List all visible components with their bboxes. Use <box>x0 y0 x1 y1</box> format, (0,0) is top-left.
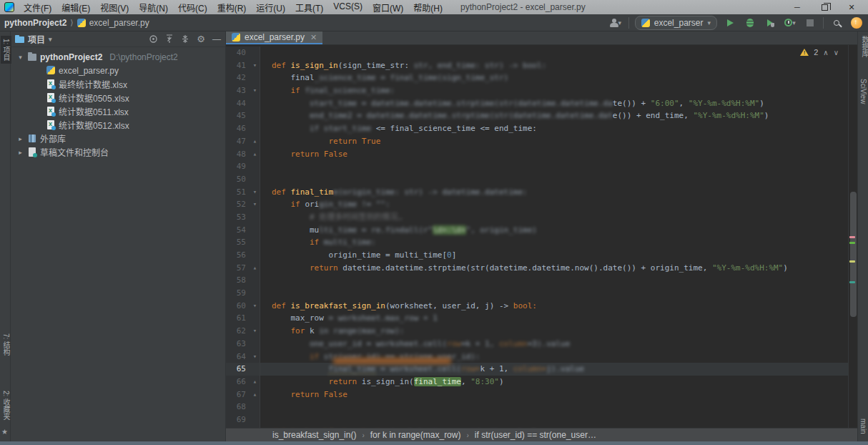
code-line-40[interactable]: 40 <box>226 47 848 59</box>
code-line-61[interactable]: 61 max_row = worksheet.max_row + 1 <box>226 312 848 325</box>
tool-stripe-sciview[interactable]: SciView <box>859 79 867 104</box>
tool-stripe-database[interactable]: 数据库 <box>859 36 868 57</box>
tree-item-4[interactable]: 统计数据0511.xlsx <box>11 104 225 118</box>
run-configuration-select[interactable]: excel_parser ▾ <box>635 16 717 30</box>
fold-marker-icon[interactable]: ▴ <box>250 135 260 148</box>
stop-button[interactable] <box>803 16 817 30</box>
run-with-coverage-button[interactable] <box>763 16 777 30</box>
tree-item-3[interactable]: 统计数据0505.xlsx <box>11 91 225 104</box>
tree-item-0[interactable]: ▾pythonProject2D:\pythonProject2 <box>11 50 225 64</box>
close-button[interactable]: ✕ <box>838 0 865 14</box>
code-line-46[interactable]: 46 if start_time <= final_science_time <… <box>226 122 848 135</box>
menu-item-1[interactable]: 编辑(E) <box>56 0 95 15</box>
tree-item-6[interactable]: ▸外部库 <box>11 132 225 145</box>
tool-stripe-favorites[interactable]: 2: 收藏夹 <box>1 391 11 420</box>
menu-item-9[interactable]: 窗口(W) <box>368 0 408 15</box>
profiler-button[interactable]: ▾ <box>783 16 797 30</box>
tree-item-7[interactable]: ▸草稿文件和控制台 <box>11 145 225 159</box>
breadcrumb-item-0[interactable]: is_breakfast_sign_in() <box>272 430 356 440</box>
code-line-63[interactable]: 63 one_user_id = worksheet.cell(row=k + … <box>226 338 848 351</box>
code-line-51[interactable]: 51▾def final_time(origin_time: str) -> d… <box>226 186 848 199</box>
fold-marker-icon[interactable]: ▾ <box>250 59 260 72</box>
fold-marker-icon[interactable]: ▾ <box>250 426 260 428</box>
fold-marker-icon[interactable]: ▴ <box>250 388 260 401</box>
code-line-62[interactable]: 62▾ for k in range(max_row): <box>226 325 848 338</box>
tool-stripe-main[interactable]: main <box>859 419 867 434</box>
breadcrumb-item-1[interactable]: for k in range(max_row) <box>370 430 461 440</box>
fold-marker-icon[interactable]: ▾ <box>250 186 260 199</box>
debug-button[interactable] <box>743 16 757 30</box>
code-line-58[interactable]: 58 <box>226 274 848 287</box>
vcs-user-button[interactable]: ▾ <box>608 16 623 30</box>
menu-item-10[interactable]: 帮助(H) <box>408 0 448 15</box>
code-line-47[interactable]: 47▴ return True <box>226 135 848 148</box>
menu-item-2[interactable]: 视图(V) <box>95 0 134 15</box>
tree-chevron-icon[interactable]: ▾ <box>16 54 24 61</box>
settings-gear-icon[interactable]: ⚙ <box>197 34 205 44</box>
code-line-60[interactable]: 60▾def is_breakfast_sign_in(worksheet, u… <box>226 300 848 313</box>
nav-breadcrumb-project[interactable]: pythonProject2 <box>4 18 66 28</box>
code-line-55[interactable]: 55 if multi_time: <box>226 236 848 249</box>
expand-all-icon[interactable] <box>165 34 174 44</box>
code-line-56[interactable]: 56 origin_time = multi_time[0] <box>226 249 848 262</box>
code-line-66[interactable]: 66▴ return is_sign_in(final_time, "8:30"… <box>226 376 848 388</box>
code-line-54[interactable]: 54 multi_time = re.findall(r"\d+:\d+", o… <box>226 224 848 237</box>
menu-item-0[interactable]: 文件(F) <box>19 0 56 15</box>
restore-button[interactable] <box>811 0 838 14</box>
code-line-48[interactable]: 48▴ return False <box>226 148 848 161</box>
fold-marker-icon[interactable]: ▾ <box>250 351 260 363</box>
code-line-69[interactable]: 69 <box>226 414 848 426</box>
menu-item-5[interactable]: 重构(R) <box>212 0 252 15</box>
code-line-70[interactable]: 70▾def is_breakfast_not_sign(worksheet, … <box>226 426 848 428</box>
next-problem-icon[interactable]: ∨ <box>834 49 839 57</box>
tool-stripe-structure[interactable]: 7: 结构 <box>1 333 11 356</box>
code-editor[interactable]: 4041▾def is_sign_in(sign_time_str: str, … <box>226 45 848 428</box>
code-line-41[interactable]: 41▾def is_sign_in(sign_time_str: str, en… <box>226 59 848 72</box>
code-line-68[interactable]: 68 <box>226 401 848 414</box>
code-line-42[interactable]: 42 final_science_time = final_time(sign_… <box>226 72 848 84</box>
code-line-67[interactable]: 67▴ return False <box>226 388 848 401</box>
locate-file-icon[interactable] <box>149 34 158 44</box>
tool-stripe-project[interactable]: 1: 项目 <box>1 36 11 64</box>
code-line-52[interactable]: 52▾ if origin_time != "": <box>226 198 848 211</box>
fold-marker-icon[interactable]: ▾ <box>250 300 260 313</box>
collapse-all-icon[interactable] <box>181 34 189 44</box>
tree-chevron-icon[interactable]: ▸ <box>16 135 24 142</box>
code-line-45[interactable]: 45 end_time2 = datetime.datetime.strptim… <box>226 109 848 122</box>
code-line-64[interactable]: 64▾ if str(user_id) == str(one_user_id): <box>226 351 848 363</box>
hide-panel-icon[interactable]: — <box>212 34 221 44</box>
fold-marker-icon[interactable]: ▴ <box>250 148 260 161</box>
fold-marker-icon[interactable]: ▾ <box>250 84 260 97</box>
upgrade-button[interactable] <box>849 16 864 30</box>
project-panel-title[interactable]: 项目 ▾ <box>15 33 52 45</box>
minimize-button[interactable]: ─ <box>784 0 811 14</box>
previous-problem-icon[interactable]: ∧ <box>823 49 828 57</box>
code-line-44[interactable]: 44 start_time = datetime.datetime.strpti… <box>226 97 848 110</box>
run-button[interactable] <box>723 16 737 30</box>
close-tab-icon[interactable]: ✕ <box>310 33 317 42</box>
menu-item-7[interactable]: 工具(T) <box>290 0 328 15</box>
tree-item-2[interactable]: 最终统计数据.xlsx <box>11 77 225 91</box>
star-icon[interactable]: ★ <box>1 428 8 436</box>
tree-item-1[interactable]: excel_parser.py <box>11 64 225 77</box>
breadcrumb-item-2[interactable]: if str(user_id) == str(one_user… <box>475 430 596 440</box>
menu-item-4[interactable]: 代码(C) <box>173 0 212 15</box>
fold-marker-icon[interactable]: ▾ <box>250 325 260 338</box>
code-line-43[interactable]: 43▾ if final_science_time: <box>226 84 848 97</box>
menu-item-8[interactable]: VCS(S) <box>328 0 368 15</box>
fold-marker-icon[interactable]: ▴ <box>250 376 260 388</box>
tree-chevron-icon[interactable]: ▸ <box>16 149 24 156</box>
menu-item-6[interactable]: 运行(U) <box>251 0 290 15</box>
code-line-59[interactable]: 59 <box>226 287 848 300</box>
fold-marker-icon[interactable]: ▾ <box>250 198 260 211</box>
tab-excel-parser[interactable]: excel_parser.py ✕ <box>226 31 322 44</box>
editor-scrollbar[interactable] <box>848 45 857 428</box>
tree-item-5[interactable]: 统计数据0512.xlsx <box>11 118 225 132</box>
code-line-49[interactable]: 49 <box>226 160 848 173</box>
code-line-53[interactable]: 53 # 处理多时间签到的情况… <box>226 211 848 224</box>
code-line-50[interactable]: 50 <box>226 173 848 186</box>
menu-item-3[interactable]: 导航(N) <box>134 0 173 15</box>
code-line-65[interactable]: 65 final_time = worksheet.cell(row=k + 1… <box>226 363 848 376</box>
fold-marker-icon[interactable]: ▴ <box>250 262 260 275</box>
nav-breadcrumb-file[interactable]: excel_parser.py <box>89 18 149 28</box>
